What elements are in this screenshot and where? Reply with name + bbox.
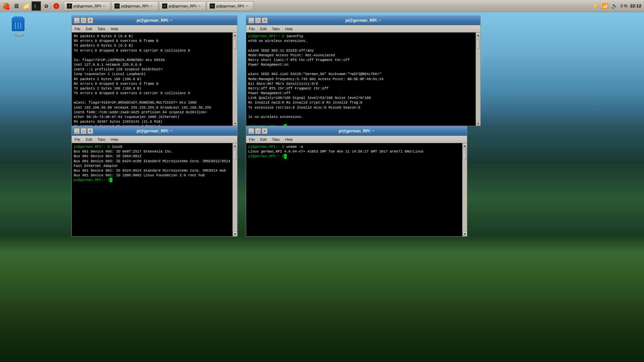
terminal-1-content[interactable]: RX packets 0 bytes 0 (0.0 B) RX errors 0…	[72, 33, 232, 126]
terminal-1-menubar: File Edit Tabs Help	[72, 25, 237, 33]
terminal-window-4: _ □ ✕ pi@german_RPI: ~ File Edit Tabs He…	[246, 126, 467, 237]
terminal-1-menu-edit[interactable]: Edit	[85, 27, 94, 31]
terminal-2-scroll-down[interactable]: ▼	[476, 121, 480, 126]
taskbar-window-4[interactable]: $ pi@german_RPI: ~	[207, 1, 254, 11]
terminal-1-scroll-down[interactable]: ▼	[233, 121, 237, 126]
taskbar-system-icons: 🍓 🖥 📁 $_ ⚙	[0, 1, 62, 11]
terminal-4-menu-tabs[interactable]: Tabs	[271, 137, 281, 141]
terminal-2-menu-edit[interactable]: Edit	[259, 27, 268, 31]
terminal-3-menu-help[interactable]: Help	[109, 137, 120, 141]
folder-icon[interactable]: 📁	[21, 1, 31, 11]
terminal-2-titlebar: _ □ ✕ pi@german_RPI: ~	[246, 16, 480, 25]
terminal-2-menu-file[interactable]: File	[248, 27, 256, 31]
terminal-2-content[interactable]: pi@german_RPI:~ $ iwconfig eth0 no wirel…	[246, 33, 476, 126]
display-icon[interactable]: 🖥	[11, 1, 21, 11]
terminal-1-title: pi@german_RPI: ~	[94, 18, 215, 23]
terminal-1-scroll-track[interactable]	[233, 37, 237, 121]
term-icon-2: $	[114, 3, 120, 9]
terminal-4-title: pi@german_RPI: ~	[268, 129, 445, 133]
terminal-1-text: RX packets 0 bytes 0 (0.0 B) RX errors 0…	[74, 34, 230, 126]
volume-icon: 🔊	[611, 3, 618, 9]
terminal-3-scroll-track[interactable]	[233, 148, 237, 232]
terminal-4-scroll-track[interactable]	[463, 148, 467, 232]
terminal-2-menubar: File Edit Tabs Help	[246, 25, 480, 33]
battery-indicator: 0 %	[621, 4, 628, 8]
terminal-4-close[interactable]: ✕	[262, 128, 268, 134]
taskbar: 🍓 🖥 📁 $_ ⚙ $ pi@german_RPI: ~ $ pi@germa…	[0, 0, 644, 12]
terminal-4-minimize[interactable]: _	[248, 128, 254, 134]
terminal-3-minimize[interactable]: _	[74, 128, 80, 134]
terminal-1-maximize[interactable]: □	[80, 17, 87, 23]
trash-image	[10, 15, 26, 32]
terminal-4-scroll-thumb[interactable]	[463, 149, 466, 160]
terminal-2-controls-left: _ □ ✕	[248, 17, 268, 23]
terminal-1-minimize[interactable]: _	[74, 17, 80, 23]
terminal-window-1: _ □ ✕ pi@german_RPI: ~ File Edit Tabs He…	[71, 15, 237, 126]
terminal-1-menu-file[interactable]: File	[73, 27, 82, 31]
terminal-1-menu-tabs[interactable]: Tabs	[96, 27, 107, 31]
terminal-2-menu-help[interactable]: Help	[284, 27, 294, 31]
term-icon-4: $	[210, 3, 215, 9]
terminal-2-menu-tabs[interactable]: Tabs	[271, 27, 281, 31]
terminal-3-content[interactable]: pi@german_RPI:~ $ lsusb Bus 001 Device 0…	[72, 143, 232, 236]
terminal-app-icon[interactable]: $_	[32, 1, 41, 11]
terminal-1-scroll-thumb[interactable]	[233, 39, 236, 49]
terminal-4-titlebar: _ □ ✕ pi@german_RPI: ~	[246, 126, 467, 136]
terminal-2-text: pi@german_RPI:~ $ iwconfig eth0 no wirel…	[248, 34, 474, 126]
taskbar-windows: $ pi@german_RPI: ~ $ pi@german_RPI: ~ $ …	[62, 1, 590, 11]
terminal-2-scroll-up[interactable]: ▲	[476, 33, 480, 37]
terminal-window-3: _ □ ✕ pi@german_RPI: ~ File Edit Tabs He…	[71, 126, 237, 237]
terminal-1-titlebar: _ □ ✕ pi@german_RPI: ~	[72, 16, 237, 25]
terminal-3-maximize[interactable]: □	[80, 128, 87, 134]
terminal-3-scroll-thumb[interactable]	[233, 149, 236, 160]
terminal-4-scrollbar[interactable]: ▲ ▼	[462, 143, 467, 236]
terminal-2-title: pi@german_RPI: ~	[268, 18, 458, 23]
clock: 22:12	[630, 3, 641, 8]
terminal-3-scroll-up[interactable]: ▲	[233, 143, 237, 148]
terminal-3-close[interactable]: ✕	[87, 128, 93, 134]
terminal-3-menu-file[interactable]: File	[73, 137, 82, 141]
terminal-2-maximize[interactable]: □	[255, 17, 261, 23]
terminal-4-menu-edit[interactable]: Edit	[259, 137, 268, 141]
taskbar-window-1[interactable]: $ pi@german_RPI: ~	[64, 1, 111, 11]
config-icon[interactable]: ⚙	[42, 1, 51, 11]
terminal-4-maximize[interactable]: □	[255, 128, 261, 134]
terminal-3-scrollbar[interactable]: ▲ ▼	[232, 143, 237, 236]
terminal-2-scroll-track[interactable]	[476, 37, 480, 121]
wifi-icon: 📶	[602, 3, 608, 9]
taskbar-window-2[interactable]: $ pi@german_RPI: ~	[111, 1, 158, 11]
trash-label: Trash	[13, 32, 23, 37]
term-icon-1: $	[67, 3, 72, 9]
taskbar-window-1-label: pi@german_RPI: ~	[73, 4, 105, 8]
terminal-4-content[interactable]: pi@german_RPI:~ $ uname -a Linux german_…	[246, 143, 462, 236]
terminal-4-scroll-up[interactable]: ▲	[463, 143, 467, 148]
terminal-2-minimize[interactable]: _	[248, 17, 254, 23]
terminal-4-text: pi@german_RPI:~ $ uname -a Linux german_…	[248, 144, 460, 159]
terminal-4-menubar: File Edit Tabs Help	[246, 136, 467, 143]
terminal-2-scrollbar[interactable]: ▲ ▼	[476, 33, 480, 126]
terminal-2-close[interactable]: ✕	[262, 17, 268, 23]
terminal-1-menu-help[interactable]: Help	[109, 27, 120, 31]
terminal-2-scroll-thumb[interactable]	[476, 39, 480, 49]
terminal-4-menu-help[interactable]: Help	[284, 137, 294, 141]
taskbar-window-2-label: pi@german_RPI: ~	[121, 4, 153, 8]
terminal-1-body: RX packets 0 bytes 0 (0.0 B) RX errors 0…	[72, 33, 237, 126]
terminal-3-body: pi@german_RPI:~ $ lsusb Bus 001 Device 0…	[72, 143, 237, 236]
monitor-icon[interactable]	[52, 1, 61, 11]
taskbar-window-3[interactable]: $ pi@german_RPI: ~	[159, 1, 206, 11]
trash-icon[interactable]: Trash	[5, 15, 32, 37]
bluetooth-icon: ⚡	[592, 3, 599, 9]
terminal-3-scroll-down[interactable]: ▼	[233, 232, 237, 236]
terminal-1-scrollbar[interactable]: ▲ ▼	[232, 33, 237, 126]
terminal-3-menu-tabs[interactable]: Tabs	[96, 137, 107, 141]
terminal-1-controls-left: _ □ ✕	[74, 17, 94, 23]
terminal-4-menu-file[interactable]: File	[248, 137, 256, 141]
terminal-1-close[interactable]: ✕	[87, 17, 93, 23]
term-icon-3: $	[162, 3, 167, 9]
terminal-1-scroll-up[interactable]: ▲	[233, 33, 237, 37]
terminal-4-body: pi@german_RPI:~ $ uname -a Linux german_…	[246, 143, 467, 236]
terminal-4-scroll-down[interactable]: ▼	[463, 232, 467, 236]
raspberry-icon[interactable]: 🍓	[1, 1, 11, 11]
svg-point-1	[55, 5, 58, 7]
terminal-3-menu-edit[interactable]: Edit	[85, 137, 94, 141]
